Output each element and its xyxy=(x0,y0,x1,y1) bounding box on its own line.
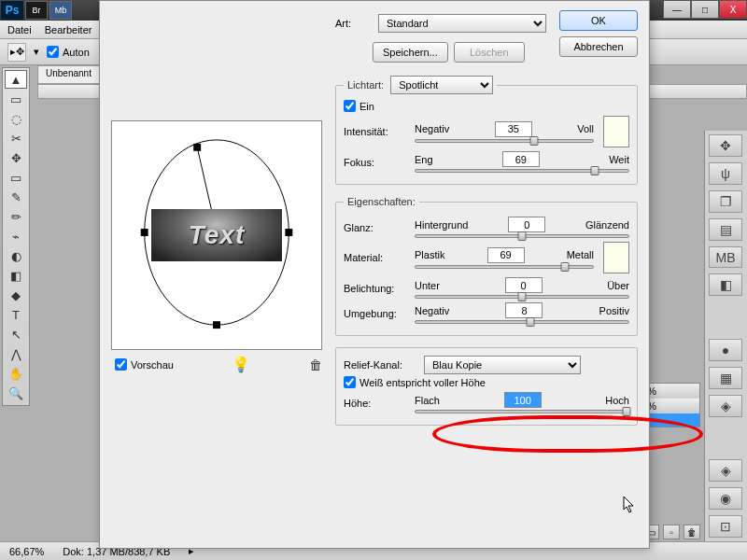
texture-channel-label: Relief-Kanal: xyxy=(344,359,418,371)
document-tab[interactable]: Unbenannt xyxy=(37,65,100,84)
texture-channel-dropdown[interactable]: Blau Kopie xyxy=(424,356,581,374)
focus-slider[interactable] xyxy=(415,169,629,173)
svg-rect-4 xyxy=(141,229,148,236)
panel-paths-icon[interactable]: ⊡ xyxy=(709,515,742,538)
style-dropdown[interactable]: Standard xyxy=(378,14,546,33)
intensity-slider[interactable] xyxy=(415,139,594,143)
panel-icon-9[interactable]: ◈ xyxy=(709,395,742,417)
tool-path[interactable]: ↖ xyxy=(5,325,27,343)
ambience-slider[interactable] xyxy=(415,320,629,324)
bridge-icon[interactable]: Br xyxy=(25,1,48,20)
tool-move[interactable]: ▲ xyxy=(5,70,27,89)
ps-logo-icon: Ps xyxy=(1,1,23,20)
style-label: Art: xyxy=(335,18,373,29)
ok-button[interactable]: OK xyxy=(559,10,638,31)
cancel-button[interactable]: Abbrechen xyxy=(559,36,638,57)
preview-text-render: Text xyxy=(151,209,282,261)
tool-gradient[interactable]: ◧ xyxy=(5,266,27,285)
panel-icon-2[interactable]: ψ xyxy=(709,162,742,185)
on-checkbox[interactable]: Ein xyxy=(344,100,629,112)
tool-eyedropper[interactable]: ▭ xyxy=(5,168,27,187)
svg-rect-5 xyxy=(285,229,292,236)
delete-light-icon[interactable]: 🗑 xyxy=(309,357,322,372)
lightbulb-icon[interactable]: 💡 xyxy=(232,356,250,373)
opt-separator: ▾ xyxy=(34,46,39,58)
move-tool-icon: ▸✥ xyxy=(7,43,26,62)
preview-checkbox[interactable]: Vorschau xyxy=(115,358,174,371)
window-buttons: — □ X xyxy=(663,0,747,19)
ambience-value[interactable] xyxy=(505,302,543,318)
tool-brush[interactable]: ✎ xyxy=(5,188,27,206)
focus-value[interactable] xyxy=(502,151,540,167)
panel-icon-7[interactable]: ● xyxy=(709,339,742,361)
tool-shape[interactable]: ◆ xyxy=(5,286,27,304)
panel-icon-1[interactable]: ✥ xyxy=(709,134,742,157)
gloss-value[interactable] xyxy=(508,217,545,232)
tool-zoom[interactable]: 🔍 xyxy=(5,384,27,402)
light-color-swatch[interactable] xyxy=(603,116,629,147)
tool-pencil[interactable]: ✏ xyxy=(5,207,27,226)
zoom-level[interactable]: 66,67% xyxy=(9,546,44,557)
height-slider[interactable] xyxy=(415,410,629,413)
tool-hand[interactable]: ✋ xyxy=(5,364,27,383)
menu-file[interactable]: Datei xyxy=(7,24,32,35)
tool-pen[interactable]: ⋀ xyxy=(5,344,27,363)
properties-group: Eigenschaften: Glanz: HintergrundGlänzen… xyxy=(335,196,638,336)
svg-rect-6 xyxy=(213,321,220,329)
white-high-checkbox[interactable]: Weiß entspricht voller Höhe xyxy=(344,376,629,388)
maximize-button[interactable]: □ xyxy=(691,0,719,19)
tools-panel: ▲ ▭ ◌ ✂ ✥ ▭ ✎ ✏ ⌁ ◐ ◧ ◆ T ↖ ⋀ ✋ 🔍 xyxy=(2,67,30,406)
tool-wand[interactable]: ✥ xyxy=(5,148,27,167)
ambient-color-swatch[interactable] xyxy=(603,242,629,273)
panel-icon-8[interactable]: ▦ xyxy=(709,367,742,389)
tool-lasso[interactable]: ◌ xyxy=(5,109,27,128)
trash-icon[interactable]: 🗑 xyxy=(684,525,700,539)
minimize-button[interactable]: — xyxy=(663,0,691,19)
save-button[interactable]: Speichern... xyxy=(373,42,448,63)
cursor-icon xyxy=(623,496,636,514)
preview-area[interactable]: Text xyxy=(111,120,322,350)
gloss-label: Glanz: xyxy=(344,222,409,233)
right-panel-strip: ✥ ψ ❐ ▤ MB ◧ ● ▦ ◈ ◈ ◉ ⊡ xyxy=(704,131,747,541)
exposure-value[interactable] xyxy=(505,277,543,293)
height-label: Höhe: xyxy=(344,398,409,409)
panel-icon-3[interactable]: ❐ xyxy=(709,190,742,213)
ambience-label: Umgebung: xyxy=(344,308,409,319)
intensity-label: Intensität: xyxy=(344,126,409,137)
material-slider[interactable] xyxy=(415,265,594,269)
panel-icon-6[interactable]: ◧ xyxy=(709,273,742,296)
panel-channels-icon[interactable]: ◉ xyxy=(709,487,742,510)
exposure-label: Belichtung: xyxy=(344,283,409,294)
tool-marquee[interactable]: ▭ xyxy=(5,90,27,108)
delete-button: Löschen xyxy=(454,42,525,63)
lighting-effects-dialog: OK Abbrechen Text Vorschau 💡 🗑 xyxy=(99,0,650,549)
light-type-dropdown[interactable]: Spotlicht xyxy=(390,76,493,94)
exposure-slider[interactable] xyxy=(415,295,629,299)
new-layer-icon[interactable]: ▫ xyxy=(663,525,680,539)
close-button[interactable]: X xyxy=(719,0,747,19)
texture-group: Relief-Kanal: Blau Kopie Weiß entspricht… xyxy=(335,347,638,426)
minibridge-icon[interactable]: Mb xyxy=(49,1,72,20)
focus-label: Fokus: xyxy=(344,157,409,168)
light-type-group: Lichtart: Spotlicht Ein Intensität: Nega… xyxy=(335,76,638,185)
material-value[interactable] xyxy=(487,247,525,263)
menu-edit[interactable]: Bearbeiter xyxy=(45,24,92,35)
panel-layers-icon[interactable]: ◈ xyxy=(709,459,742,482)
tool-dodge[interactable]: ◐ xyxy=(5,246,27,265)
auto-select-check[interactable]: Auton xyxy=(47,46,90,58)
tool-type[interactable]: T xyxy=(5,305,27,324)
gloss-slider[interactable] xyxy=(415,234,629,238)
tool-clone[interactable]: ⌁ xyxy=(5,227,27,245)
svg-rect-3 xyxy=(193,144,201,151)
material-label: Material: xyxy=(344,252,409,263)
tool-crop[interactable]: ✂ xyxy=(5,129,27,147)
intensity-value[interactable] xyxy=(495,121,532,137)
panel-icon-5[interactable]: MB xyxy=(709,246,742,269)
panel-icon-4[interactable]: ▤ xyxy=(709,218,742,241)
height-value[interactable] xyxy=(504,392,542,408)
